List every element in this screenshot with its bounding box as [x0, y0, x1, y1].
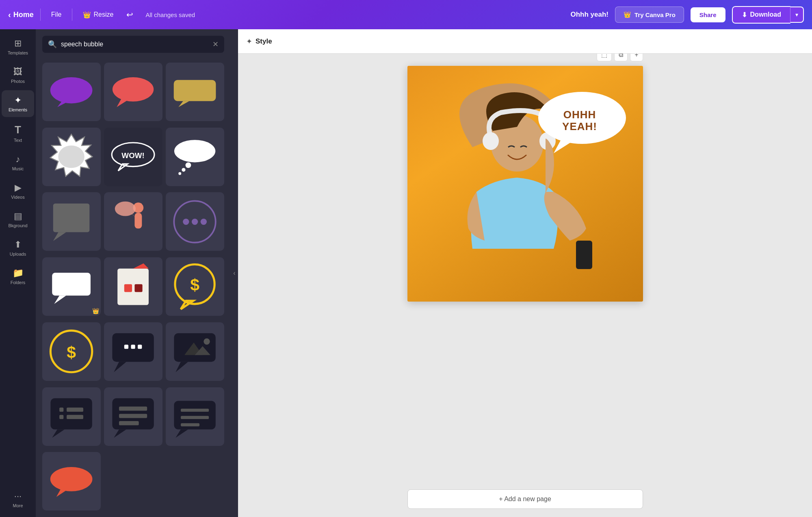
- list-item[interactable]: 👑: [42, 257, 101, 316]
- download-icon: ⬇: [742, 11, 747, 19]
- svg-point-2: [113, 77, 154, 102]
- svg-rect-50: [67, 408, 83, 412]
- list-item[interactable]: [166, 63, 224, 121]
- sidebar-item-label: Music: [12, 166, 24, 171]
- list-item[interactable]: $: [42, 322, 101, 381]
- list-item[interactable]: [166, 322, 224, 381]
- save-status: All changes saved: [145, 11, 195, 18]
- sidebar-item-label: Videos: [11, 195, 24, 200]
- main-layout: ⊞ Templates 🖼 Photos ✦ Elements T Text ♪…: [0, 29, 812, 517]
- sidebar-item-label: Photos: [11, 79, 25, 84]
- svg-marker-58: [176, 430, 188, 438]
- frame-tool-button[interactable]: ⬚: [597, 54, 612, 61]
- svg-rect-39: [131, 345, 135, 349]
- folders-icon: 📁: [13, 268, 24, 278]
- style-bar-label: Style: [256, 37, 272, 46]
- svg-marker-47: [52, 430, 65, 438]
- more-icon: ···: [14, 491, 22, 502]
- resize-crown: 👑: [83, 11, 91, 19]
- bubble-text: OHHH YEAH!: [557, 109, 602, 132]
- svg-rect-27: [118, 268, 149, 305]
- sidebar-item-more[interactable]: ··· More: [2, 486, 34, 513]
- svg-marker-5: [179, 101, 189, 107]
- svg-marker-3: [117, 99, 129, 107]
- design-canvas[interactable]: OHHH YEAH!: [407, 66, 643, 302]
- sidebar-icons: ⊞ Templates 🖼 Photos ✦ Elements T Text ♪…: [0, 29, 36, 517]
- uploads-icon: ⬆: [14, 239, 22, 250]
- list-item[interactable]: [42, 128, 101, 186]
- collapse-panel-button[interactable]: ‹: [231, 29, 238, 517]
- search-input[interactable]: [61, 41, 208, 48]
- canvas-scroll[interactable]: ⬚ ⧉ +: [238, 54, 812, 481]
- svg-point-14: [179, 172, 182, 175]
- list-item[interactable]: $: [166, 257, 224, 316]
- search-clear-button[interactable]: ✕: [212, 40, 219, 49]
- list-item[interactable]: [104, 257, 162, 316]
- list-item[interactable]: [42, 452, 101, 510]
- svg-marker-63: [56, 489, 68, 497]
- svg-point-22: [183, 219, 189, 225]
- sidebar-item-templates[interactable]: ⊞ Templates: [2, 33, 34, 60]
- nav-divider-2: [72, 9, 72, 21]
- svg-point-19: [115, 201, 136, 216]
- svg-rect-61: [181, 423, 199, 426]
- sidebar-item-uploads[interactable]: ⬆ Uploads: [2, 235, 34, 261]
- svg-rect-59: [181, 408, 209, 412]
- search-bar: 🔍 ✕: [36, 29, 231, 59]
- list-item[interactable]: [104, 387, 162, 446]
- search-icon: 🔍: [48, 40, 57, 49]
- sidebar-item-music[interactable]: ♪ Music: [2, 149, 34, 176]
- undo-button[interactable]: ↩: [124, 7, 136, 22]
- list-item[interactable]: [42, 63, 101, 121]
- list-item[interactable]: WOW!: [104, 128, 162, 186]
- try-pro-button[interactable]: 👑 Try Canva Pro: [615, 7, 684, 23]
- download-group: ⬇ Download ▾: [732, 6, 804, 24]
- sidebar-item-elements[interactable]: ✦ Elements: [2, 90, 34, 117]
- list-item[interactable]: [166, 192, 224, 251]
- download-button[interactable]: ⬇ Download: [732, 6, 790, 24]
- svg-rect-15: [53, 204, 90, 232]
- sidebar-item-label: More: [13, 503, 23, 508]
- svg-rect-67: [576, 241, 592, 269]
- svg-point-11: [174, 140, 215, 162]
- svg-marker-69: [554, 138, 576, 153]
- collapse-icon: ‹: [233, 269, 235, 277]
- file-button[interactable]: File: [47, 9, 66, 21]
- list-item[interactable]: [104, 192, 162, 251]
- sidebar-item-text[interactable]: T Text: [2, 119, 34, 148]
- home-button[interactable]: ‹ Home: [8, 10, 34, 20]
- copy-tool-button[interactable]: ⧉: [614, 54, 628, 61]
- sidebar-item-label: Templates: [8, 50, 28, 55]
- svg-rect-18: [135, 213, 142, 228]
- sidebar-item-videos[interactable]: ▶ Videos: [2, 178, 34, 204]
- list-item[interactable]: [42, 387, 101, 446]
- list-item[interactable]: [166, 128, 224, 186]
- sidebar-item-background[interactable]: ▤ Bkground: [2, 206, 34, 233]
- svg-rect-38: [124, 345, 128, 349]
- sidebar-item-photos[interactable]: 🖼 Photos: [2, 62, 34, 89]
- svg-point-12: [186, 163, 191, 168]
- list-item[interactable]: [42, 192, 101, 251]
- list-item[interactable]: [104, 63, 162, 121]
- sidebar-item-folders[interactable]: 📁 Folders: [2, 263, 34, 290]
- download-caret-button[interactable]: ▾: [790, 7, 804, 23]
- sidebar-item-label: Text: [14, 138, 22, 143]
- add-tool-button[interactable]: +: [630, 54, 643, 61]
- svg-point-65: [483, 132, 499, 150]
- svg-rect-60: [181, 416, 209, 419]
- svg-rect-55: [119, 414, 147, 418]
- list-item[interactable]: [166, 387, 224, 446]
- share-button[interactable]: Share: [691, 7, 725, 22]
- list-item[interactable]: [104, 322, 162, 381]
- sidebar-item-label: Uploads: [10, 252, 26, 256]
- search-input-wrap: 🔍 ✕: [42, 36, 224, 53]
- templates-icon: ⊞: [14, 38, 22, 49]
- canvas-area: ✦ Style ⬚ ⧉ +: [238, 29, 812, 517]
- resize-button[interactable]: 👑 Resize: [79, 9, 117, 21]
- add-page-button[interactable]: + Add a new page: [407, 489, 643, 509]
- svg-marker-26: [54, 295, 66, 304]
- svg-rect-30: [135, 284, 143, 292]
- nav-divider-1: [40, 9, 41, 21]
- photos-icon: 🖼: [13, 67, 22, 77]
- speech-bubble-element[interactable]: OHHH YEAH!: [537, 90, 627, 155]
